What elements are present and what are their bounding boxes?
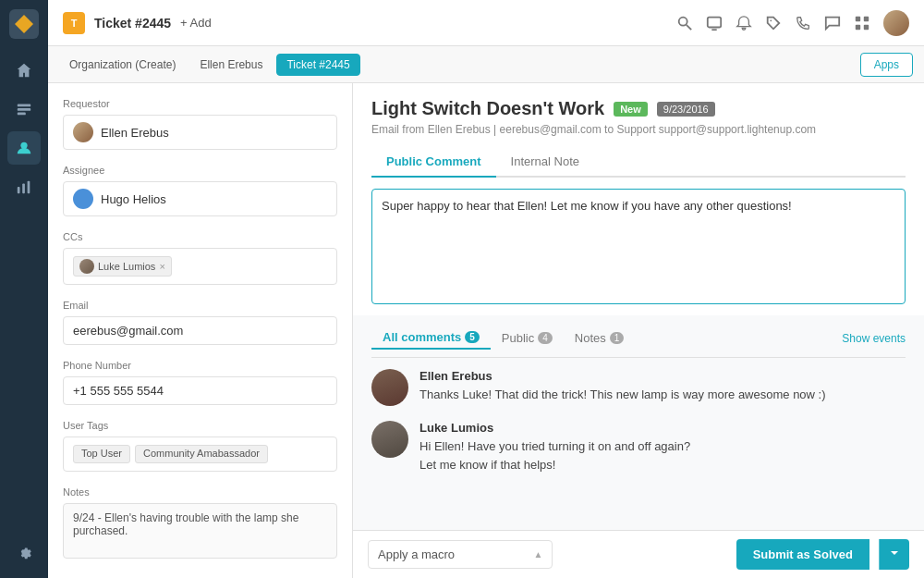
- submit-solved-button[interactable]: Submit as Solved: [736, 539, 869, 570]
- svg-rect-1: [18, 108, 30, 111]
- comment-item: Ellen Erebus Thanks Luke! That did the t…: [371, 369, 906, 406]
- tag-1: Community Amabassador: [135, 445, 268, 463]
- assignee-name: Hugo Helios: [101, 192, 166, 206]
- tab-public-comment[interactable]: Public Comment: [371, 147, 496, 178]
- requestor-label: Requestor: [63, 98, 337, 109]
- comment-author-0: Ellen Erebus: [419, 369, 826, 383]
- nav-users[interactable]: [7, 131, 41, 165]
- apply-macro-select[interactable]: Apply a macro ▲: [368, 540, 553, 569]
- comments-section: All comments 5 Public 4 Notes 1 Show eve…: [353, 315, 924, 530]
- compose-textarea[interactable]: Super happy to hear that Ellen! Let me k…: [382, 199, 895, 291]
- top-bar-icons: [676, 10, 909, 36]
- comment-body-0: Ellen Erebus Thanks Luke! That did the t…: [419, 369, 826, 406]
- nav-settings[interactable]: [7, 535, 41, 569]
- ticket-name-row: Light Switch Doesn't Work New 9/23/2016: [371, 98, 906, 119]
- requestor-field[interactable]: Ellen Erebus: [63, 115, 337, 150]
- apps-button[interactable]: Apps: [860, 53, 913, 77]
- breadcrumb-org[interactable]: Organization (Create): [59, 54, 186, 76]
- phone-icon[interactable]: [795, 15, 811, 31]
- show-events-button[interactable]: Show events: [842, 332, 906, 345]
- ticket-support-email: support@support.lightenup.com: [659, 123, 816, 136]
- comment-compose: Super happy to hear that Ellen! Let me k…: [353, 178, 924, 315]
- ticket-title: Ticket #2445: [94, 16, 171, 31]
- breadcrumb-ellen[interactable]: Ellen Erebus: [189, 54, 273, 76]
- phone-field[interactable]: +1 555 555 5544: [63, 376, 337, 405]
- requestor-name: Ellen Erebus: [101, 126, 169, 140]
- ticket-icon: T: [63, 12, 85, 34]
- nav-reports[interactable]: [7, 170, 41, 203]
- comment-text-0: Thanks Luke! That did the trick! This ne…: [419, 386, 826, 404]
- cc-avatar: [79, 259, 94, 274]
- svg-point-3: [20, 142, 27, 149]
- ticket-email: eerebus@gmail.com: [500, 123, 602, 136]
- badge-new: New: [614, 102, 648, 117]
- ticket-name: Light Switch Doesn't Work: [371, 98, 604, 119]
- notes-count: 1: [610, 332, 625, 344]
- comment-item-1: Luke Lumios Hi Ellen! Have you tried tur…: [371, 421, 906, 473]
- body-area: Requestor Ellen Erebus Assignee Hugo Hel…: [48, 83, 924, 578]
- tags-field: Top User Community Amabassador: [63, 437, 337, 472]
- svg-rect-5: [22, 183, 25, 193]
- left-panel: Requestor Ellen Erebus Assignee Hugo Hel…: [48, 83, 353, 578]
- tags-label: User Tags: [63, 420, 337, 431]
- filter-notes[interactable]: Notes 1: [564, 327, 636, 349]
- phone-label: Phone Number: [63, 360, 337, 371]
- app-logo: [9, 9, 39, 39]
- user-avatar[interactable]: [883, 10, 909, 36]
- comment-avatar-luke: [371, 421, 408, 458]
- submit-dropdown-button[interactable]: [879, 539, 909, 570]
- svg-rect-9: [708, 17, 721, 27]
- assignee-field[interactable]: Hugo Helios: [63, 181, 337, 216]
- ticket-meta: Email from Ellen Erebus | eerebus@gmail.…: [371, 123, 906, 136]
- tag-0: Top User: [73, 445, 130, 463]
- requestor-section: Requestor Ellen Erebus: [63, 98, 337, 150]
- ticket-header: Light Switch Doesn't Work New 9/23/2016 …: [353, 83, 924, 178]
- ccs-label: CCs: [63, 231, 337, 242]
- svg-line-8: [687, 24, 691, 29]
- filter-all-comments[interactable]: All comments 5: [371, 326, 491, 350]
- filter-public[interactable]: Public 4: [491, 327, 564, 349]
- compose-tabs: Public Comment Internal Note: [371, 147, 906, 178]
- breadcrumb-bar: Organization (Create) Ellen Erebus Ticke…: [48, 46, 924, 83]
- tab-internal-note[interactable]: Internal Note: [496, 147, 594, 178]
- comment-text-1: Hi Ellen! Have you tried turning it on a…: [419, 437, 690, 473]
- assignee-label: Assignee: [63, 165, 337, 176]
- public-count: 4: [538, 332, 553, 344]
- ccs-field[interactable]: Luke Lumios ×: [63, 248, 337, 285]
- comment-avatar-ellen: [371, 369, 408, 406]
- display-icon[interactable]: [706, 15, 723, 31]
- chat-icon[interactable]: [824, 15, 841, 31]
- email-label: Email: [63, 300, 337, 311]
- nav-tickets[interactable]: [7, 92, 41, 126]
- compose-box[interactable]: Super happy to hear that Ellen! Let me k…: [371, 189, 906, 304]
- nav-home[interactable]: [7, 54, 41, 87]
- requestor-avatar: [73, 122, 93, 142]
- svg-rect-4: [18, 187, 20, 193]
- email-field[interactable]: eerebus@gmail.com: [63, 316, 337, 345]
- ccs-section: CCs Luke Lumios ×: [63, 231, 337, 285]
- badge-date: 9/23/2016: [657, 102, 715, 117]
- svg-rect-0: [18, 105, 30, 107]
- grid-icon[interactable]: [854, 15, 870, 31]
- svg-rect-12: [856, 16, 860, 20]
- tag-icon[interactable]: [765, 15, 782, 31]
- breadcrumb-ticket[interactable]: Ticket #2445: [276, 54, 359, 76]
- svg-point-11: [770, 19, 772, 21]
- notes-section: Notes 9/24 - Ellen's having trouble with…: [63, 486, 337, 559]
- search-icon[interactable]: [676, 15, 693, 31]
- cc-tag-luke: Luke Lumios ×: [73, 256, 172, 277]
- comment-author-1: Luke Lumios: [419, 421, 690, 435]
- email-section: Email eerebus@gmail.com: [63, 300, 337, 345]
- bell-icon[interactable]: [736, 15, 752, 31]
- ticket-from: Ellen Erebus: [428, 123, 491, 136]
- assignee-section: Assignee Hugo Helios: [63, 165, 337, 216]
- ticket-to: Support: [616, 123, 655, 136]
- svg-rect-13: [864, 16, 869, 20]
- cc-remove-button[interactable]: ×: [159, 261, 164, 272]
- ticket-title-bar: T Ticket #2445 + Add: [63, 12, 665, 34]
- cc-name: Luke Lumios: [98, 261, 155, 272]
- comment-body-1: Luke Lumios Hi Ellen! Have you tried tur…: [419, 421, 690, 473]
- add-button[interactable]: + Add: [180, 16, 212, 30]
- top-bar: T Ticket #2445 + Add: [48, 0, 924, 46]
- svg-rect-6: [28, 181, 30, 194]
